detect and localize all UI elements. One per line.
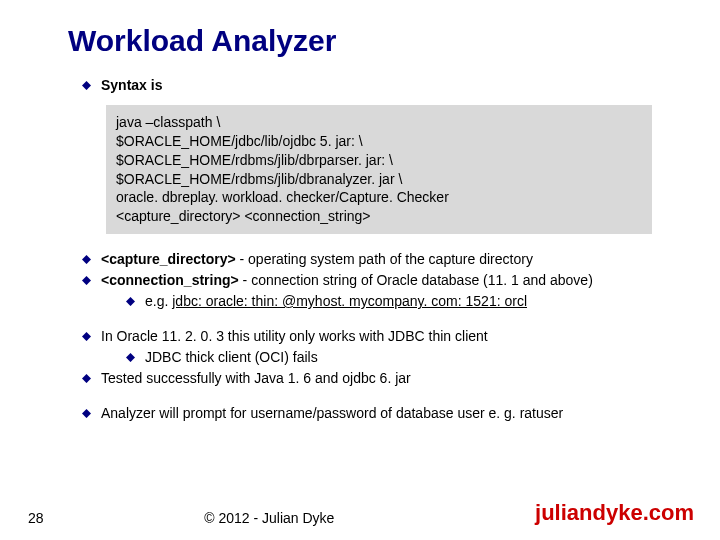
code-line: oracle. dbreplay. workload. checker/Capt…	[116, 188, 642, 207]
diamond-icon	[82, 409, 91, 418]
bullet-tested: Tested successfully with Java 1. 6 and o…	[82, 369, 680, 388]
bullet-text: <capture_directory> - operating system p…	[101, 250, 533, 269]
diamond-icon	[82, 374, 91, 383]
code-line: $ORACLE_HOME/jdbc/lib/ojdbc 5. jar: \	[116, 132, 642, 151]
svg-rect-4	[82, 332, 91, 341]
bullet-text: Tested successfully with Java 1. 6 and o…	[101, 369, 411, 388]
svg-rect-0	[82, 81, 91, 90]
code-line: $ORACLE_HOME/rdbms/jlib/dbranalyzer. jar…	[116, 170, 642, 189]
brand-link: juliandyke.com	[535, 500, 694, 526]
bullet-text: JDBC thick client (OCI) fails	[145, 348, 318, 367]
bullet-prompt: Analyzer will prompt for username/passwo…	[82, 404, 680, 423]
bullet-syntax: Syntax is	[82, 76, 680, 95]
svg-rect-1	[82, 255, 91, 264]
bullet-thick-client: JDBC thick client (OCI) fails	[126, 348, 680, 367]
svg-rect-6	[82, 374, 91, 383]
diamond-icon	[126, 297, 135, 306]
bullet-text: Analyzer will prompt for username/passwo…	[101, 404, 563, 423]
bullet-capture-dir: <capture_directory> - operating system p…	[82, 250, 680, 269]
bullet-text: Syntax is	[101, 76, 162, 95]
code-line: <capture_directory> <connection_string>	[116, 207, 642, 226]
diamond-icon	[82, 332, 91, 341]
copyright: © 2012 - Julian Dyke	[4, 510, 535, 526]
diamond-icon	[82, 276, 91, 285]
svg-rect-3	[126, 297, 135, 306]
code-block: java –classpath \ $ORACLE_HOME/jdbc/lib/…	[106, 105, 652, 234]
svg-rect-5	[126, 353, 135, 362]
bullet-text: <connection_string> - connection string …	[101, 271, 593, 290]
slide-title: Workload Analyzer	[68, 24, 680, 58]
code-line: java –classpath \	[116, 113, 642, 132]
bullet-thin-client: In Oracle 11. 2. 0. 3 this utility only …	[82, 327, 680, 346]
footer: 28 © 2012 - Julian Dyke juliandyke.com	[0, 500, 720, 526]
bullet-text: e.g. jdbc: oracle: thin: @myhost. mycomp…	[145, 292, 527, 311]
bullet-conn-string: <connection_string> - connection string …	[82, 271, 680, 290]
svg-rect-2	[82, 276, 91, 285]
svg-rect-7	[82, 409, 91, 418]
diamond-icon	[126, 353, 135, 362]
diamond-icon	[82, 255, 91, 264]
diamond-icon	[82, 81, 91, 90]
bullet-text: In Oracle 11. 2. 0. 3 this utility only …	[101, 327, 488, 346]
bullet-example: e.g. jdbc: oracle: thin: @myhost. mycomp…	[126, 292, 680, 311]
code-line: $ORACLE_HOME/rdbms/jlib/dbrparser. jar: …	[116, 151, 642, 170]
